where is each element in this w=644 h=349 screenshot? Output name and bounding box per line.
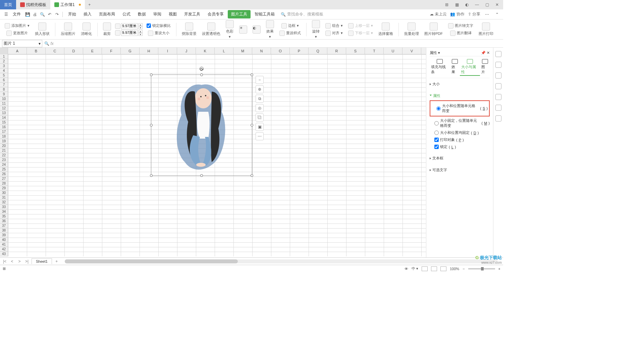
handle-w[interactable] bbox=[150, 124, 153, 127]
user-icon[interactable]: ◐ bbox=[464, 1, 470, 8]
maximize-button[interactable]: ▢ bbox=[484, 1, 490, 8]
row-header-8[interactable]: 8 bbox=[0, 87, 8, 92]
row-header-25[interactable]: 25 bbox=[0, 167, 8, 172]
border-button[interactable]: 边框 ▾ bbox=[278, 22, 302, 29]
close-button[interactable]: ✕ bbox=[494, 1, 500, 8]
height-input[interactable]: ▴▾ bbox=[115, 30, 143, 36]
batch-button[interactable]: 批量处理 bbox=[403, 22, 420, 36]
handle-se[interactable] bbox=[251, 174, 253, 177]
insert-shape-button[interactable]: 插入形状 bbox=[34, 22, 51, 36]
row-header-33[interactable]: 33 bbox=[0, 205, 8, 209]
brightness-button[interactable]: ☀ bbox=[238, 26, 249, 34]
ptab-fill[interactable]: 填充与线条 bbox=[430, 58, 450, 76]
fx-icon[interactable]: 🔍 fx bbox=[42, 41, 56, 46]
tab-templates[interactable]: 找稻壳模板 bbox=[16, 0, 50, 9]
row-header-31[interactable]: 31 bbox=[0, 195, 8, 200]
row-header-19[interactable]: 19 bbox=[0, 139, 8, 144]
col-header-B[interactable]: B bbox=[27, 48, 46, 54]
combine-button[interactable]: 组合 ▾ bbox=[324, 22, 344, 29]
row-header-16[interactable]: 16 bbox=[0, 125, 8, 130]
rotate-handle[interactable]: ⟳ bbox=[200, 67, 204, 71]
row-header-1[interactable]: 1 bbox=[0, 54, 8, 59]
row-header-2[interactable]: 2 bbox=[0, 59, 8, 64]
coop-button[interactable]: 👥 协作 bbox=[450, 11, 464, 17]
col-header-S[interactable]: S bbox=[346, 48, 365, 54]
sheet-tab-1[interactable]: Sheet1 bbox=[32, 258, 52, 264]
ptab-size[interactable]: 大小与属性 bbox=[460, 58, 480, 76]
reset-style-button[interactable]: 重设样式 bbox=[278, 30, 302, 37]
save-icon[interactable]: 💾 bbox=[24, 11, 31, 18]
reset-size-button[interactable]: 重设大小 bbox=[145, 30, 172, 37]
compress-button[interactable]: 压缩图片 bbox=[59, 22, 77, 36]
chevron-down-icon[interactable]: ▾ bbox=[39, 41, 41, 46]
row-header-28[interactable]: 28 bbox=[0, 181, 8, 186]
row-header-12[interactable]: 12 bbox=[0, 106, 8, 111]
menu-vip[interactable]: 会员专享 bbox=[204, 10, 227, 18]
handle-ne[interactable] bbox=[251, 73, 253, 76]
row-header-36[interactable]: 36 bbox=[0, 219, 8, 223]
side-settings-icon[interactable] bbox=[495, 72, 501, 79]
close-panel-icon[interactable]: ✕ bbox=[487, 51, 490, 55]
tab-workbook[interactable]: 工作簿1 bbox=[50, 0, 85, 9]
col-header-G[interactable]: G bbox=[121, 48, 140, 54]
opt-all-fixed[interactable]: 大小和位置均固定(D) bbox=[430, 129, 490, 136]
col-header-E[interactable]: E bbox=[83, 48, 102, 54]
section-attr-header[interactable]: 属性 bbox=[430, 92, 490, 100]
more-icon[interactable]: ⋯ bbox=[484, 11, 490, 18]
rotate-button[interactable]: 旋转 ▾ bbox=[311, 20, 321, 39]
view-normal-icon[interactable] bbox=[422, 266, 428, 271]
tab-home[interactable]: 首页 bbox=[0, 0, 16, 9]
row-header-4[interactable]: 4 bbox=[0, 68, 8, 73]
col-header-M[interactable]: M bbox=[233, 48, 252, 54]
row-header-41[interactable]: 41 bbox=[0, 242, 8, 247]
zoom-thumb[interactable] bbox=[481, 267, 484, 270]
col-header-L[interactable]: L bbox=[215, 48, 233, 54]
view-break-icon[interactable] bbox=[440, 266, 446, 271]
row-header-18[interactable]: 18 bbox=[0, 134, 8, 139]
ptab-effect[interactable]: 效果 bbox=[450, 58, 460, 76]
add-sheet-button[interactable]: + bbox=[54, 259, 59, 264]
redo-icon[interactable]: ↷ bbox=[54, 11, 60, 18]
col-header-T[interactable]: T bbox=[365, 48, 384, 54]
opt-size-pos-cell[interactable]: 大小和位置随单元格而变(S) bbox=[432, 102, 488, 114]
contrast-button[interactable]: ◐ bbox=[251, 26, 262, 34]
row-header-30[interactable]: 30 bbox=[0, 191, 8, 195]
row-header-15[interactable]: 15 bbox=[0, 120, 8, 125]
zoom-in-button[interactable]: + bbox=[498, 267, 500, 271]
row-header-38[interactable]: 38 bbox=[0, 228, 8, 233]
handle-s[interactable] bbox=[200, 174, 203, 177]
side-link-icon[interactable] bbox=[495, 94, 501, 100]
lock-ratio-check[interactable]: 锁定纵横比 bbox=[145, 22, 172, 29]
section-size[interactable]: 大小 bbox=[430, 78, 490, 90]
name-box[interactable]: 图片 1▾ bbox=[2, 40, 42, 47]
row-header-42[interactable]: 42 bbox=[0, 247, 8, 252]
row-header-26[interactable]: 26 bbox=[0, 172, 8, 177]
menu-view[interactable]: 视图 bbox=[165, 10, 180, 18]
zoom-out-button[interactable]: − bbox=[463, 267, 465, 271]
side-cursor-icon[interactable] bbox=[495, 62, 501, 68]
ptab-image[interactable]: 图片 bbox=[480, 58, 490, 76]
sheet-nav-prev[interactable]: < bbox=[9, 259, 15, 264]
row-header-11[interactable]: 11 bbox=[0, 101, 8, 106]
color-button[interactable]: 色彩 ▾ bbox=[224, 20, 235, 39]
change-image-button[interactable]: 更改图片 bbox=[3, 30, 31, 37]
sheet-nav-last[interactable]: >| bbox=[24, 259, 30, 264]
up-layer-button[interactable]: 上移一层 ▾ bbox=[347, 22, 374, 29]
row-header-5[interactable]: 5 bbox=[0, 73, 8, 78]
menu-dev[interactable]: 开发工具 bbox=[181, 10, 204, 18]
menu-data[interactable]: 数据 bbox=[135, 10, 149, 18]
lang-icon[interactable]: 中 ▾ bbox=[412, 266, 418, 271]
handle-n[interactable] bbox=[200, 73, 203, 76]
col-header-P[interactable]: P bbox=[290, 48, 309, 54]
row-header-9[interactable]: 9 bbox=[0, 92, 8, 97]
cloud-status[interactable]: ☁ 未上云 bbox=[430, 11, 447, 17]
col-header-R[interactable]: R bbox=[327, 48, 346, 54]
float-layers[interactable]: ⿻ bbox=[256, 113, 264, 121]
handle-nw[interactable] bbox=[150, 73, 153, 76]
height-down[interactable]: ▾ bbox=[139, 33, 143, 36]
row-header-10[interactable]: 10 bbox=[0, 97, 8, 101]
clarity-button[interactable]: 清晰化 bbox=[79, 22, 93, 36]
float-minus[interactable]: − bbox=[256, 76, 264, 84]
row-header-13[interactable]: 13 bbox=[0, 111, 8, 115]
print-image-button[interactable]: 图片打印 bbox=[477, 22, 495, 36]
